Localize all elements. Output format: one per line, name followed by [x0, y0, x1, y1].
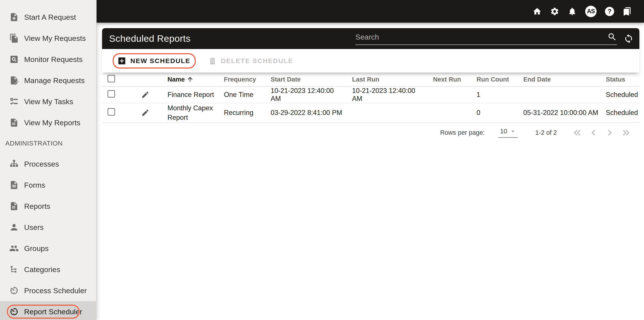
select-all-cell [102, 75, 128, 84]
pagination-range: 1-2 of 2 [535, 129, 557, 136]
doc-lines-icon [9, 180, 19, 190]
sidebar-item-process-scheduler[interactable]: Process Scheduler [0, 280, 96, 301]
search-box [355, 32, 634, 45]
row-checkbox[interactable] [108, 108, 115, 116]
cell-status: Scheduled [606, 91, 644, 99]
delete-schedule-button[interactable]: DELETE SCHEDULE [208, 57, 293, 65]
settings-icon[interactable] [550, 7, 559, 16]
chevron-down-icon [510, 128, 516, 134]
sidebar-section-administration: ADMINISTRATION [0, 133, 96, 153]
last-page-icon[interactable] [621, 128, 631, 138]
sidebar-item-label: View My Tasks [24, 97, 73, 106]
sidebar-item-view-my-tasks[interactable]: View My Tasks [0, 91, 96, 112]
column-header-status[interactable]: Status [606, 76, 640, 83]
avatar[interactable]: AS [585, 6, 596, 17]
search-field [355, 32, 617, 45]
row-edit-cell [128, 109, 154, 117]
sidebar-item-label: View My Reports [24, 118, 80, 127]
column-header-last-run[interactable]: Last Run [352, 76, 433, 83]
cell-start-date: 10-21-2023 12:40:00 AM [271, 87, 352, 103]
cell-frequency: One Time [224, 91, 271, 99]
page-search-icon [9, 55, 19, 64]
select-all-checkbox[interactable] [108, 75, 115, 82]
column-header-next-run[interactable]: Next Run [433, 76, 476, 83]
edit-pencil-icon[interactable] [141, 109, 150, 117]
org-tree-icon [9, 159, 19, 169]
top-app-bar: AS ? [96, 0, 644, 23]
annotation-ring: NEW SCHEDULE [112, 53, 196, 69]
home-icon[interactable] [532, 7, 542, 16]
edit-pencil-icon[interactable] [141, 91, 150, 99]
search-icon[interactable] [607, 32, 617, 42]
sidebar-item-label: Report Scheduler [24, 307, 82, 316]
sidebar-item-label: Groups [24, 244, 49, 253]
toolbar: NEW SCHEDULE DELETE SCHEDULE [102, 49, 640, 73]
people-icon [9, 244, 19, 253]
sidebar-item-monitor-requests[interactable]: Monitor Requests [0, 49, 96, 70]
next-page-icon[interactable] [605, 128, 615, 138]
new-schedule-button[interactable]: NEW SCHEDULE [117, 56, 190, 66]
row-checkbox[interactable] [108, 90, 115, 98]
cell-name: Monthly Capex Report [154, 103, 224, 122]
column-header-run-count[interactable]: Run Count [476, 76, 523, 83]
rows-per-page-label: Rows per page: [440, 129, 485, 136]
sidebar-item-label: Monitor Requests [24, 55, 82, 64]
sidebar-nav: Start A Request View My Requests Monitor… [0, 0, 96, 320]
timer-icon [9, 307, 19, 316]
cell-run-count: 0 [476, 109, 523, 117]
plus-box-icon [117, 56, 126, 66]
cell-start-date: 03-29-2022 8:41:00 PM [271, 109, 352, 117]
column-header-name[interactable]: Name [154, 75, 224, 84]
report-doc-icon [9, 201, 19, 211]
bookmarks-icon[interactable] [622, 7, 632, 16]
column-header-start-date[interactable]: Start Date [271, 76, 352, 83]
page-title: Scheduled Reports [109, 33, 190, 44]
rows-per-page-select[interactable]: 10 [498, 128, 518, 138]
person-icon [9, 222, 19, 232]
notifications-icon[interactable] [568, 7, 577, 16]
search-input[interactable] [355, 33, 607, 41]
sidebar-item-start-a-request[interactable]: Start A Request [0, 7, 96, 28]
column-header-frequency[interactable]: Frequency [224, 76, 271, 83]
new-schedule-label: NEW SCHEDULE [130, 57, 190, 65]
row-edit-cell [128, 91, 154, 99]
help-icon[interactable]: ? [605, 7, 614, 16]
cell-frequency: Recurring [224, 109, 271, 117]
copy-icon [9, 33, 19, 43]
sidebar-item-forms[interactable]: Forms [0, 175, 96, 196]
sidebar-item-processes[interactable]: Processes [0, 153, 96, 175]
sidebar-item-report-scheduler[interactable]: Report Scheduler [0, 301, 96, 320]
sort-ascending-icon [186, 76, 194, 83]
doc-edit-icon [9, 76, 19, 85]
row-checkbox-cell [102, 108, 128, 117]
sidebar-item-label: Start A Request [24, 13, 76, 22]
sidebar-item-categories[interactable]: Categories [0, 259, 96, 280]
rows-per-page-value: 10 [500, 128, 507, 135]
table-header-row: Name Frequency Start Date Last Run Next … [102, 73, 640, 87]
cell-last-run: 10-21-2023 12:40:00 AM [352, 87, 433, 103]
sidebar-item-manage-requests[interactable]: Manage Requests [0, 70, 96, 91]
row-checkbox-cell [102, 90, 128, 99]
sidebar-item-label: Process Scheduler [24, 286, 87, 295]
sidebar-item-users[interactable]: Users [0, 217, 96, 238]
sidebar-item-reports[interactable]: Reports [0, 196, 96, 217]
refresh-icon[interactable] [624, 34, 634, 44]
trash-icon [208, 57, 217, 65]
first-page-icon[interactable] [572, 128, 582, 138]
table-row: Finance Report One Time 10-21-2023 12:40… [102, 87, 640, 103]
sidebar-item-label: Forms [24, 181, 45, 190]
sidebar-item-groups[interactable]: Groups [0, 238, 96, 259]
sidebar-item-label: Reports [24, 202, 50, 211]
sidebar-item-view-my-reports[interactable]: View My Reports [0, 112, 96, 133]
card-header: Scheduled Reports [102, 28, 640, 49]
previous-page-icon[interactable] [588, 128, 598, 138]
sidebar-item-label: Manage Requests [24, 76, 85, 85]
column-header-end-date[interactable]: End Date [523, 76, 606, 83]
note-add-icon [9, 12, 19, 22]
delete-schedule-label: DELETE SCHEDULE [221, 57, 293, 65]
cell-run-count: 1 [476, 91, 523, 99]
sidebar-item-view-my-requests[interactable]: View My Requests [0, 28, 96, 49]
cell-name: Finance Report [154, 90, 224, 99]
sidebar-item-label: Categories [24, 265, 60, 274]
report-doc-icon [9, 118, 19, 127]
